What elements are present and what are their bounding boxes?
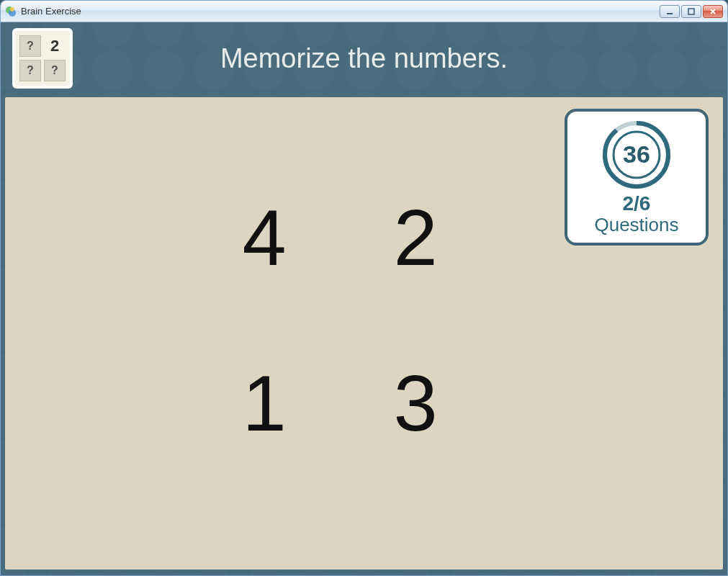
thumb-cell-question-icon: ? (44, 60, 66, 81)
window-controls (660, 5, 723, 18)
memorize-number: 1 (221, 364, 307, 479)
play-area: 4 2 1 3 36 2/6 Questions (5, 97, 723, 570)
progress-fraction: 2/6 (594, 193, 678, 215)
instruction-text: Memorize the numbers. (73, 43, 716, 74)
titlebar[interactable]: Brain Exercise (1, 1, 727, 22)
memorize-number: 3 (372, 364, 459, 479)
maximize-button[interactable] (681, 5, 701, 18)
game-thumbnail: ? 2 ? ? (12, 28, 73, 89)
svg-rect-4 (688, 9, 694, 14)
minimize-button[interactable] (660, 5, 680, 18)
numbers-grid: 4 2 1 3 (221, 198, 459, 479)
svg-point-2 (10, 7, 14, 12)
progress-card: 36 2/6 Questions (565, 109, 709, 246)
svg-rect-3 (667, 13, 673, 14)
close-button[interactable] (703, 5, 723, 18)
memorize-number: 4 (221, 198, 307, 313)
thumb-cell-question-icon: ? (19, 35, 41, 57)
progress-label: Questions (594, 215, 678, 235)
content-area: ? 2 ? ? Memorize the numbers. 4 2 1 3 (1, 22, 727, 575)
memorize-number: 2 (372, 198, 459, 313)
timer-value: 36 (623, 140, 650, 168)
app-icon (5, 6, 17, 17)
app-window: Brain Exercise ? 2 ? ? Memorize the numb… (0, 0, 728, 576)
timer-ring-icon: 36 (601, 119, 673, 190)
window-title: Brain Exercise (21, 6, 660, 17)
instruction-band: ? 2 ? ? Memorize the numbers. (1, 22, 727, 94)
thumb-cell-number: 2 (44, 35, 66, 57)
progress-text: 2/6 Questions (594, 193, 678, 235)
thumb-cell-question-icon: ? (19, 60, 41, 81)
